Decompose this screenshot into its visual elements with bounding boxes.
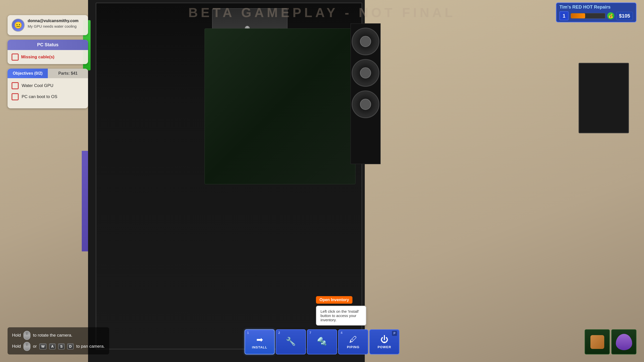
tool-number-7: 7 — [309, 331, 311, 335]
status-checkbox — [12, 54, 19, 61]
tool-btn-7[interactable]: 7 🔩 — [307, 329, 337, 354]
tooltip-container: Open Inventory Left click on the 'Instal… — [316, 296, 366, 326]
tool-icon-power: ⏻ — [380, 335, 388, 344]
tool-btn-2[interactable]: 2 🔧 — [276, 329, 306, 354]
tool-label-power: POWER — [378, 345, 391, 349]
tool-icon-7: 🔩 — [317, 337, 327, 346]
status-item-missing-cable: Missing cable(s) — [12, 54, 84, 61]
shop-stats: 1 💰 $105 — [559, 11, 633, 20]
pc-status-body: Missing cable(s) — [8, 50, 88, 64]
fan-1 — [352, 28, 379, 55]
tool-number-piping: 4 — [341, 331, 342, 335]
item-connector — [590, 335, 604, 349]
coin-icon: 💰 — [607, 12, 614, 19]
hints-panel: Hold to rotate the camera. Hold or W A S… — [8, 327, 109, 354]
objective-checkbox-2[interactable] — [12, 93, 19, 100]
money-display: $105 — [616, 12, 633, 20]
objectives-body: Water Cool GPU PC can boot to OS — [8, 78, 88, 108]
inventory-slots — [585, 329, 636, 354]
mouse-icon-pan — [23, 342, 30, 351]
inv-slot-2[interactable] — [611, 329, 636, 354]
customer-bubble: 😐 donna@vulcansmithy.com My GPU needs wa… — [8, 15, 88, 35]
game-viewport: BETA GAMEPLAY - NOT FINAL 😐 donna@vulcan… — [0, 0, 644, 362]
hint-row-rotate: Hold to rotate the camera. — [12, 331, 105, 340]
tool-icon-2: 🔧 — [286, 337, 296, 346]
tool-btn-power[interactable]: P ⏻ POWER — [369, 329, 399, 354]
key-w: W — [39, 343, 47, 349]
case-fans — [350, 23, 381, 164]
tool-label-piping: PIPING — [347, 345, 359, 349]
bottom-toolbar: 1 ➡ INSTALL 2 🔧 7 🔩 4 🖊 PIPING P ⏻ POWER — [245, 329, 399, 354]
objective-item-1: Water Cool GPU — [12, 82, 84, 89]
inv-slot-1[interactable] — [585, 329, 610, 354]
left-purple-bar — [82, 151, 88, 251]
customer-info: donna@vulcansmithy.com My GPU needs wate… — [28, 19, 84, 28]
xp-bar-fill — [571, 13, 585, 18]
shop-title: Tim's RED HOT Repairs — [559, 5, 633, 10]
desk-background-right — [365, 0, 644, 362]
xp-bar-container — [571, 13, 605, 19]
tool-number-2: 2 — [278, 331, 280, 335]
customer-avatar: 😐 — [12, 19, 25, 32]
tool-label-install: INSTALL — [252, 345, 267, 349]
tool-btn-piping[interactable]: 4 🖊 PIPING — [338, 329, 368, 354]
key-s: S — [58, 343, 64, 349]
hint-pan-text: to pan camera. — [76, 344, 105, 349]
item-dome — [616, 334, 632, 350]
motherboard — [205, 28, 355, 184]
hint-rotate-text: to rotate the camera. — [33, 333, 72, 338]
shop-hud: Tim's RED HOT Repairs 1 💰 $105 — [556, 3, 636, 22]
fan-3 — [352, 90, 379, 118]
mouse-icon-rotate — [23, 331, 30, 340]
hint-hold-1: Hold — [12, 333, 21, 338]
pc-status-panel: PC Status Missing cable(s) — [8, 40, 88, 64]
objectives-header: Objectives (0/2) Parts: $41 — [8, 69, 88, 78]
monitor-right — [579, 63, 629, 133]
objectives-panel: Objectives (0/2) Parts: $41 Water Cool G… — [8, 69, 88, 108]
left-panel: 😐 donna@vulcansmithy.com My GPU needs wa… — [8, 15, 88, 108]
tool-icon-install: ➡ — [256, 335, 263, 344]
pc-status-header: PC Status — [8, 40, 88, 50]
tab-parts[interactable]: Parts: $41 — [48, 69, 88, 78]
tool-key-power: P — [392, 331, 397, 336]
tooltip-body: Left click on the 'Install' button to ac… — [316, 306, 366, 326]
fan-2 — [352, 59, 379, 87]
tool-btn-install[interactable]: 1 ➡ INSTALL — [245, 329, 275, 354]
hint-hold-2: Hold — [12, 344, 21, 349]
objective-label-2: PC can boot to OS — [22, 94, 57, 99]
tab-objectives[interactable]: Objectives (0/2) — [8, 69, 48, 78]
customer-message: My GPU needs water cooling — [28, 24, 84, 28]
level-badge: 1 — [559, 11, 569, 20]
key-d: D — [67, 343, 74, 349]
tool-number-install: 1 — [247, 331, 249, 335]
tooltip-title: Open Inventory — [316, 296, 352, 304]
objective-item-2: PC can boot to OS — [12, 93, 84, 100]
customer-email: donna@vulcansmithy.com — [28, 19, 84, 23]
objective-label-1: Water Cool GPU — [22, 83, 53, 88]
tool-icon-piping: 🖊 — [349, 335, 357, 344]
objective-checkbox-1[interactable] — [12, 82, 19, 89]
key-a: A — [49, 343, 56, 349]
hint-or: or — [33, 344, 37, 349]
hint-row-pan: Hold or W A S D to pan camera. — [12, 342, 105, 351]
status-text: Missing cable(s) — [21, 55, 54, 60]
